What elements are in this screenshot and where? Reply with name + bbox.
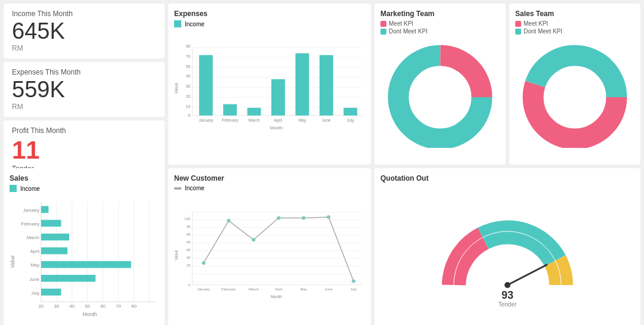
svg-text:90: 90 xyxy=(186,44,191,48)
income-unit: RM xyxy=(12,44,156,52)
svg-text:July: July xyxy=(31,290,39,296)
expenses-svg-chart: Value 0 10 20 30 40 50 70 90 January xyxy=(174,29,365,148)
point-jul xyxy=(352,279,355,283)
svg-text:80: 80 xyxy=(131,304,137,309)
income-card: Income This Month 645K RM xyxy=(4,4,165,58)
bar-april xyxy=(271,79,285,116)
svg-text:70: 70 xyxy=(186,54,191,58)
dont-meet-kpi-color xyxy=(380,29,386,35)
svg-text:70: 70 xyxy=(116,304,121,309)
sales-dont-kpi-color xyxy=(515,29,521,35)
sales-team-legend-dont: Dont Meet KPI xyxy=(515,28,634,35)
expenses-label: Expenses This Month xyxy=(12,68,156,76)
profit-value: 11 xyxy=(12,136,156,165)
donut-hole xyxy=(413,70,467,124)
marketing-title: Marketing Team xyxy=(380,10,500,18)
gauge-pivot xyxy=(504,282,510,288)
hbar-april xyxy=(41,247,67,255)
expenses-chart-title: Expenses xyxy=(174,10,365,18)
expenses-chart-card: Expenses Income Value 0 10 20 30 40 50 xyxy=(168,4,371,165)
new-customer-legend-color xyxy=(174,187,181,190)
svg-text:March: March xyxy=(27,235,39,240)
income-label: Income This Month xyxy=(12,10,156,18)
svg-text:February: February xyxy=(21,221,39,227)
point-jan xyxy=(202,261,205,265)
new-customer-card: New Customer Income Value 0 20 40 xyxy=(168,168,371,325)
svg-text:80: 80 xyxy=(187,232,191,236)
sales-bar-svg: Value 20 30 40 50 60 70 80 Month January xyxy=(10,193,159,324)
svg-text:January: January xyxy=(199,118,213,123)
svg-text:40: 40 xyxy=(187,255,191,259)
svg-text:Value: Value xyxy=(174,83,179,94)
profit-label: Profit This Month xyxy=(12,126,156,135)
svg-text:January: January xyxy=(197,287,211,291)
svg-text:May: May xyxy=(298,118,306,123)
new-customer-svg: Value 0 20 40 60 80 80 90 100 xyxy=(174,193,365,318)
expenses-card: Expenses This Month 559K RM xyxy=(4,62,165,117)
sales-donut-hole xyxy=(548,70,602,124)
new-customer-title: New Customer xyxy=(174,174,365,182)
bar-july xyxy=(343,108,357,116)
svg-text:May: May xyxy=(300,287,307,291)
sales-legend-color xyxy=(10,185,17,192)
svg-text:January: January xyxy=(23,208,40,213)
svg-text:60: 60 xyxy=(100,304,106,309)
quotation-sub: Tender xyxy=(499,301,517,308)
income-value: 645K xyxy=(12,19,156,44)
bar-march xyxy=(247,108,261,116)
marketing-dont-label: Dont Meet KPI xyxy=(389,28,428,35)
sales-team-legend-meet: Meet KPI xyxy=(515,20,634,27)
svg-text:20: 20 xyxy=(186,94,191,98)
sales-legend-label: Income xyxy=(20,185,40,192)
svg-text:60: 60 xyxy=(187,247,191,252)
expenses-unit: RM xyxy=(12,103,156,111)
svg-text:50: 50 xyxy=(186,64,191,69)
quotation-value: 93 xyxy=(501,289,513,301)
sales-bar-card: Sales Income Value 20 30 40 50 60 70 xyxy=(4,168,165,325)
svg-text:April: April xyxy=(274,118,283,123)
quotation-card: Quotation Out xyxy=(374,168,640,325)
svg-text:20: 20 xyxy=(39,304,44,309)
svg-text:Value: Value xyxy=(174,250,178,260)
sales-bar-title: Sales xyxy=(10,174,159,182)
gauge-yellow xyxy=(555,261,561,285)
sales-dont-label: Dont Meet KPI xyxy=(524,28,562,35)
hbar-july xyxy=(41,289,61,296)
line-chart-path xyxy=(204,217,354,281)
dashboard: Income This Month 645K RM Expenses This … xyxy=(0,0,644,325)
svg-text:90: 90 xyxy=(187,224,191,228)
expenses-legend-label: Income xyxy=(185,21,205,27)
marketing-meet-label: Meet KPI xyxy=(389,20,413,27)
svg-text:May: May xyxy=(30,262,39,268)
kpi-column: Income This Month 645K RM Expenses This … xyxy=(4,4,165,165)
svg-text:40: 40 xyxy=(70,304,75,309)
hbar-june xyxy=(41,275,95,282)
marketing-legend-meet: Meet KPI xyxy=(380,20,500,27)
svg-text:March: March xyxy=(249,118,260,122)
svg-text:July: July xyxy=(351,287,358,291)
quotation-title: Quotation Out xyxy=(380,174,634,182)
sales-team-title: Sales Team xyxy=(515,10,634,18)
bar-june xyxy=(320,55,333,115)
marketing-chart-card: Marketing Team Meet KPI Dont Meet KPI xyxy=(374,4,506,165)
point-may xyxy=(302,216,305,219)
svg-text:80: 80 xyxy=(187,240,191,244)
sales-meet-label: Meet KPI xyxy=(524,20,548,27)
sales-team-legend: Meet KPI Dont Meet KPI xyxy=(515,20,634,35)
hbar-february xyxy=(41,220,61,227)
sales-team-chart-card: Sales Team Meet KPI Dont Meet KPI xyxy=(509,4,640,165)
svg-text:April: April xyxy=(275,287,282,291)
svg-text:June: June xyxy=(322,118,331,122)
marketing-donut-svg xyxy=(380,35,500,148)
svg-text:30: 30 xyxy=(186,84,191,88)
point-mar xyxy=(252,238,255,242)
svg-text:Month: Month xyxy=(83,311,97,317)
svg-text:July: July xyxy=(347,118,355,123)
expenses-value: 559K xyxy=(12,78,156,103)
marketing-legend: Meet KPI Dont Meet KPI xyxy=(380,20,500,35)
svg-text:50: 50 xyxy=(85,304,90,309)
new-customer-legend-label: Income xyxy=(185,185,205,191)
marketing-legend-dont: Dont Meet KPI xyxy=(380,28,500,35)
expenses-legend-color xyxy=(174,20,181,27)
point-apr xyxy=(277,216,280,219)
